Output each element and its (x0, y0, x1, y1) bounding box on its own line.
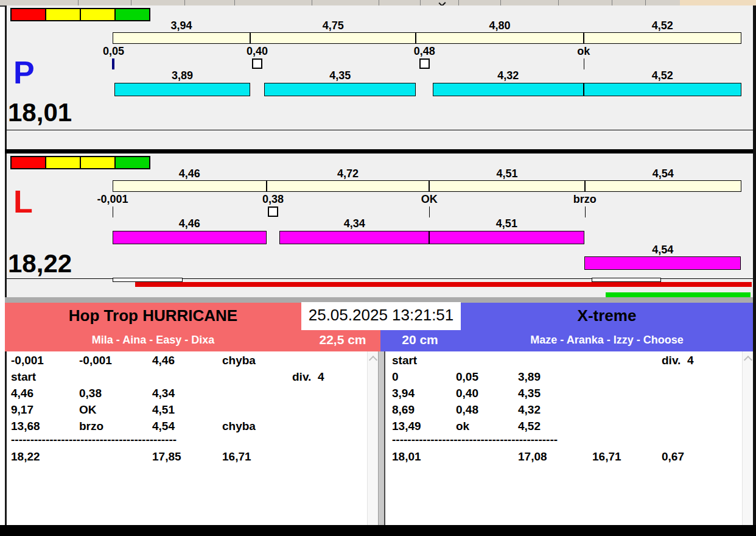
crossing-label: -0,001 (85, 193, 140, 206)
finish-overlay-bar (113, 278, 183, 282)
table-cell: 3,89 (518, 370, 541, 384)
lane-letter: P (13, 57, 35, 88)
table-cell: 0,05 (456, 370, 478, 384)
crossing-label: 0,38 (245, 193, 300, 206)
crossing-tick (585, 206, 586, 217)
bottom-black-bar (0, 525, 756, 536)
table-cell: 13,68 (11, 420, 40, 433)
dog-time-label: 4,52 (635, 69, 690, 82)
status-light (114, 8, 150, 21)
crossing-label: OK (402, 193, 457, 206)
split-value-label: 4,80 (472, 19, 527, 32)
table-cell: 13,49 (392, 420, 421, 433)
lane-letter: L (13, 186, 33, 217)
lane-total-time: 18,01 (8, 100, 72, 125)
status-light (114, 156, 150, 169)
crossing-checkbox[interactable] (268, 206, 278, 217)
dog-time-label: 3,89 (155, 69, 209, 82)
panel-divider-line (7, 130, 753, 130)
dog-run-bar (264, 83, 416, 96)
split-value-label: 3,94 (154, 19, 209, 32)
lane-total-time: 18,22 (8, 251, 72, 277)
crossing-tick (113, 206, 113, 217)
table-separator: ----------------------------------------… (392, 433, 558, 446)
split-tick (266, 180, 267, 192)
dog-time-label: 4,46 (162, 217, 217, 230)
scroll-up-icon[interactable] (369, 356, 377, 364)
table-cell: div. 4 (662, 354, 693, 367)
jump-height: 22,5 cm (306, 333, 379, 347)
status-light (10, 8, 46, 21)
table-cell: 0,48 (456, 403, 478, 417)
dog-run-bar (429, 231, 585, 244)
split-value-label: 4,72 (320, 168, 375, 180)
dog-run-bar (114, 83, 250, 96)
crossing-start-tick (112, 58, 114, 69)
split-time-bar (113, 180, 741, 192)
results-table-left: -0,001-0,0014,46chybastartdiv. 44,460,38… (5, 351, 379, 525)
table-cell: start (11, 370, 36, 384)
toolbar-button-separator (500, 0, 501, 5)
split-value-label: 4,75 (306, 19, 360, 32)
table-total-cell: 16,71 (222, 450, 251, 464)
dog-run-bar (113, 231, 267, 244)
status-light (80, 8, 116, 21)
toolbar-button-separator (558, 0, 559, 5)
finish-overlay-bar (135, 282, 752, 287)
split-tick (583, 32, 584, 44)
toolbar-button-separator (78, 0, 79, 5)
table-separator: ----------------------------------------… (11, 433, 177, 446)
scroll-up-icon[interactable] (744, 356, 752, 364)
dog-run-bar (279, 231, 429, 244)
dog-time-label: 4,54 (635, 244, 690, 256)
dog-time-label: 4,51 (479, 217, 534, 230)
toolbar-button-separator (131, 0, 131, 5)
timestamp: 25.05.2025 13:21:51 (301, 302, 461, 330)
toolbar-button-separator (420, 0, 421, 5)
table-cell: 9,17 (11, 403, 33, 417)
table-cell: div. 4 (292, 370, 324, 384)
toolbar-button-separator (458, 0, 459, 5)
table-cell: 4,46 (11, 387, 33, 400)
table-cell: 0,38 (79, 387, 102, 400)
team-name: Hop Trop HURRICANE (5, 306, 301, 325)
table-cell: 4,32 (518, 403, 541, 417)
crossing-checkbox[interactable] (419, 58, 430, 69)
scrollbar[interactable] (742, 351, 753, 525)
toolbar-button-separator (379, 0, 379, 5)
table-cell: OK (79, 403, 97, 417)
split-tick (584, 180, 586, 192)
toolbar-button-separator (645, 0, 646, 5)
table-cell: 4,51 (152, 403, 175, 417)
dog-time-label: 4,32 (481, 69, 536, 82)
results-table-right: startdiv. 400,053,893,940,404,358,690,48… (384, 351, 753, 525)
team-dogs: Maze - Aranka - Izzy - Choose (461, 334, 753, 347)
lane-panel-l: L 18,22 4,464,724,514,54-0,0010,38OKbrzo… (5, 153, 753, 297)
jump-height: 20 cm (390, 333, 450, 347)
crossing-checkbox[interactable] (252, 58, 262, 69)
dog-time-label: 4,35 (313, 69, 368, 82)
table-total-cell: 0,67 (662, 450, 684, 464)
dog-time-label: 4,34 (327, 217, 382, 230)
split-tick (250, 32, 251, 44)
scrollbar[interactable] (367, 351, 378, 525)
split-value-label: 4,46 (162, 168, 217, 180)
table-total-cell: 18,01 (392, 450, 421, 464)
split-time-bar (113, 32, 741, 44)
table-total-cell: 17,08 (518, 450, 547, 464)
table-cell: ok (456, 420, 469, 433)
crossing-label: ok (556, 45, 611, 58)
crossing-label: brzo (558, 193, 612, 206)
status-light (45, 156, 81, 169)
dog-run-bar (433, 83, 584, 96)
table-cell: 8,69 (392, 403, 415, 417)
table-cell: chyba (222, 354, 256, 367)
toolbar-button-separator (234, 0, 235, 5)
team-dogs: Mila - Aina - Easy - Dixa (5, 334, 301, 347)
table-cell: 4,52 (518, 420, 541, 433)
table-cell: -0,001 (79, 354, 112, 367)
table-divider (379, 351, 384, 525)
crossing-label: 0,05 (86, 45, 141, 58)
split-tick (415, 32, 416, 44)
toolbar-button-separator (184, 0, 185, 5)
